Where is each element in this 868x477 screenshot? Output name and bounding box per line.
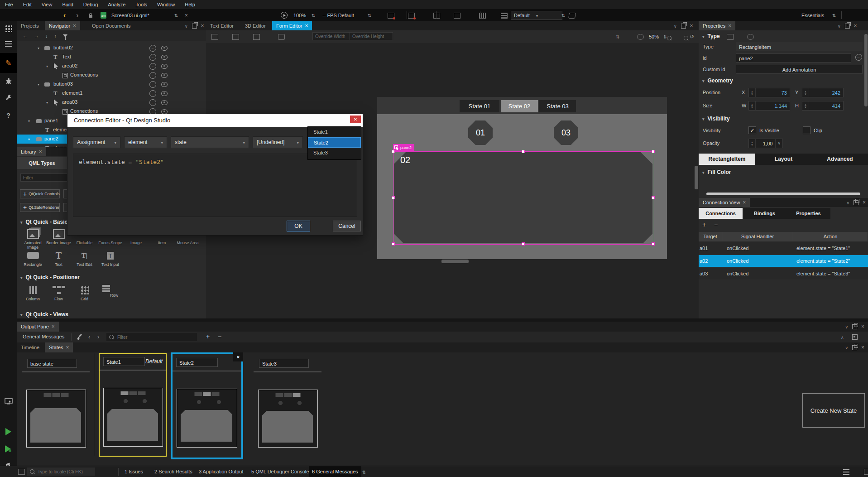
column-signal-handler[interactable]: Signal Handler [722,232,793,241]
collapse-icon[interactable] [674,24,677,29]
resize-handle[interactable] [392,150,395,153]
tree-row[interactable]: ▾ area02 [17,62,206,71]
tab-timeline[interactable]: Timeline [17,342,43,352]
remove-connection-button[interactable] [714,222,718,228]
state-name-input[interactable]: State1 [103,357,145,366]
tree-row[interactable]: Telement1 [17,89,206,98]
tab-qml-types[interactable]: QML Types [17,157,67,169]
spin-arrows-icon[interactable]: ▲▼ [749,139,756,148]
menu-debug[interactable]: Debug [78,0,103,9]
horizontal-splitter[interactable] [17,318,868,322]
section-qt-quick-positioner[interactable]: Qt Quick - Positioner [20,274,80,280]
close-icon[interactable] [690,23,693,29]
select-items-icon[interactable] [232,34,239,40]
spin-arrows-icon[interactable]: ▲▼ [749,101,756,110]
eye-icon[interactable] [161,100,168,105]
menu-analyze[interactable]: Analyze [103,0,130,9]
move-right-icon[interactable] [34,34,39,39]
clean-broom-icon[interactable] [77,333,84,341]
vertical-scrollbar[interactable] [695,166,698,189]
preview-play-icon[interactable] [281,12,288,19]
close-icon[interactable] [305,23,308,29]
state03-button[interactable]: State 03 [539,100,576,112]
rows-layout-icon[interactable] [501,13,508,19]
expand-arrow-icon[interactable]: ▾ [28,119,30,123]
next-icon[interactable]: › [97,334,99,340]
section-qt-quick-views[interactable]: Qt Quick - Views [20,311,68,318]
perspective-label[interactable]: Essentials [801,13,824,18]
eye-icon[interactable] [161,82,168,87]
state-card-state1[interactable]: State1 Default [99,353,167,457]
close-icon[interactable] [66,345,69,350]
resize-handle[interactable] [392,196,395,199]
export-icon[interactable] [855,54,862,61]
fps-stepper[interactable] [368,13,371,18]
value-dropdown[interactable]: [Undefined] [253,136,303,148]
column-action[interactable]: Action [793,232,868,241]
dialog-close-button[interactable]: ✕ [350,116,361,123]
output-channel-label[interactable]: General Messages [23,334,64,339]
tab-navigator[interactable]: Navigator [45,21,80,30]
assignment-dropdown[interactable]: Assignment [73,136,120,148]
zoom-in-icon[interactable] [684,36,688,40]
add-annotation-button[interactable]: Add Annotation [736,65,863,74]
opacity-spinbox[interactable]: ▲▼1,00 [748,139,783,148]
eye-icon[interactable] [161,91,168,96]
state-card-state3[interactable]: State3 [254,356,321,456]
collapse-icon[interactable] [185,24,188,29]
section-type[interactable]: Type [702,33,720,39]
move-down-icon[interactable] [45,34,48,39]
close-icon[interactable] [854,23,857,29]
design-mode-icon[interactable]: ✎ [0,53,17,73]
connection-row-selected[interactable]: a02 onClicked element.state = "State2" [699,255,868,267]
status-issues[interactable]: 1 Issues [121,466,146,477]
close-icon[interactable] [743,200,746,205]
subtab-properties[interactable]: Properties [786,208,830,219]
export-icon[interactable] [149,90,156,97]
create-new-state-button[interactable]: Create New State [802,393,865,428]
move-timer-icon[interactable] [388,13,394,19]
style-edit-icon[interactable] [568,13,576,19]
octagon-01[interactable]: 01 [468,120,493,145]
locator-input[interactable] [37,469,92,475]
dialog-title[interactable]: Connection Editor - Qt Design Studio [67,114,363,127]
state02-button[interactable]: State 02 [501,100,538,112]
move-left-icon[interactable] [23,34,28,39]
bounds-icon[interactable] [433,13,440,19]
close-icon[interactable] [52,324,55,329]
expand-arrow-icon[interactable]: ▾ [46,101,48,105]
section-geometry[interactable]: Geometry [702,77,733,84]
target-icon[interactable] [637,34,644,40]
section-qt-quick-basic[interactable]: Qt Quick - Basic [20,219,67,225]
float-icon[interactable] [192,24,197,29]
close-state-button[interactable]: × [233,352,243,361]
tab-library[interactable]: Library [17,147,46,156]
code-editor[interactable]: element.state = "State2" [73,154,357,217]
expand-arrow-icon[interactable]: ▾ [38,46,39,50]
bounds-snap-icon[interactable] [454,13,460,19]
canvas-zoom-value[interactable]: 50% [649,34,659,39]
state-name-input[interactable]: State3 [259,359,309,368]
frame-timer-icon[interactable] [408,13,415,19]
move-up-icon[interactable] [54,34,57,39]
close-icon[interactable] [201,23,204,29]
library-item-text[interactable]: TText [46,250,72,267]
export-icon[interactable] [149,54,156,61]
eye-icon[interactable] [161,55,168,60]
tools-wrench-icon[interactable] [0,94,17,102]
back-button[interactable] [63,12,66,19]
import-qt-saferenderer-button[interactable]: Qt.SafeRenderer [20,203,60,212]
cancel-button[interactable]: Cancel [333,221,361,231]
tab-properties[interactable]: Properties [699,21,735,30]
state-name-input[interactable]: base state [27,359,77,368]
x-spinbox[interactable]: ▲▼73 [748,88,790,97]
export-icon[interactable] [149,99,156,106]
output-filter-input[interactable] [116,334,182,340]
h-spinbox[interactable]: ▲▼414 [802,101,844,111]
menu-file[interactable]: File [0,0,18,9]
previous-icon[interactable]: ‹ [88,334,90,340]
close-icon[interactable] [39,149,42,154]
tree-row[interactable]: TText [17,53,206,62]
tab-text-editor[interactable]: Text Editor [206,21,238,30]
document-stepper[interactable] [174,13,178,18]
